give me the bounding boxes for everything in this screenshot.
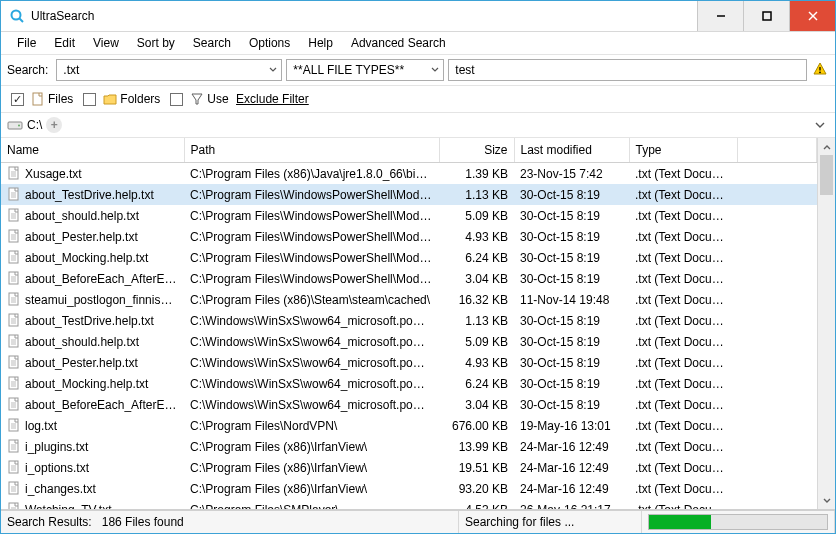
table-row[interactable]: about_TestDrive.help.txtC:\Windows\WinSx… [1,310,817,331]
menu-help[interactable]: Help [300,34,341,52]
cell-path: C:\Program Files (x86)\Java\jre1.8.0_66\… [184,163,439,185]
alltypes-combo[interactable] [286,59,444,81]
add-drive-button[interactable]: + [46,117,62,133]
cell-type: .txt (Text Docum... [629,247,737,268]
files-label: Files [48,92,73,106]
table-row[interactable]: about_Pester.help.txtC:\Windows\WinSxS\w… [1,352,817,373]
menu-options[interactable]: Options [241,34,298,52]
table-row[interactable]: i_changes.txtC:\Program Files (x86)\Irfa… [1,478,817,499]
cell-spacer [737,352,817,373]
drive-icon[interactable] [7,117,23,133]
vertical-scrollbar[interactable] [817,138,835,509]
cell-path: C:\Program Files\WindowsPowerShell\Modul… [184,268,439,289]
table-row[interactable]: i_options.txtC:\Program Files (x86)\Irfa… [1,457,817,478]
cell-type: .txt (Text Docum... [629,205,737,226]
table-row[interactable]: about_should.help.txtC:\Windows\WinSxS\w… [1,331,817,352]
search-query-box[interactable] [448,59,807,81]
svg-rect-63 [9,440,18,452]
menu-sort-by[interactable]: Sort by [129,34,183,52]
cell-spacer [737,478,817,499]
close-button[interactable] [789,1,835,31]
menu-advanced-search[interactable]: Advanced Search [343,34,454,52]
cell-size: 1.13 KB [439,310,514,331]
table-row[interactable]: log.txtC:\Program Files\NordVPN\676.00 K… [1,415,817,436]
statusbar: Search Results: 186 Files found Searchin… [1,510,835,533]
search-query-input[interactable] [453,62,802,78]
chevron-down-icon[interactable] [811,116,829,134]
table-row[interactable]: Watching_TV.txtC:\Program Files\SMPlayer… [1,499,817,509]
warning-icon[interactable] [811,61,829,80]
scroll-down-arrow[interactable] [818,492,835,509]
cell-date: 30-Oct-15 8:19 [514,373,629,394]
col-modified[interactable]: Last modified [514,138,629,163]
menu-edit[interactable]: Edit [46,34,83,52]
cell-path: C:\Program Files\WindowsPowerShell\Modul… [184,205,439,226]
table-row[interactable]: about_Mocking.help.txtC:\Windows\WinSxS\… [1,373,817,394]
menu-file[interactable]: File [9,34,44,52]
exclude-filter-link[interactable]: Exclude Filter [236,92,309,106]
scroll-up-arrow[interactable] [818,138,835,155]
col-name[interactable]: Name [1,138,184,163]
cell-type: .txt (Text Docum... [629,394,737,415]
cell-spacer [737,415,817,436]
svg-rect-47 [9,356,18,368]
menu-search[interactable]: Search [185,34,239,52]
cell-date: 23-Nov-15 7:42 [514,163,629,185]
cell-spacer [737,394,817,415]
filetype-input[interactable] [61,62,266,78]
cell-type: .txt (Text Docum... [629,415,737,436]
svg-point-10 [18,125,20,127]
col-spacer [737,138,817,163]
folders-checkbox[interactable] [83,93,96,106]
folders-filter[interactable]: Folders [83,91,160,107]
table-row[interactable]: about_Pester.help.txtC:\Program Files\Wi… [1,226,817,247]
chevron-down-icon[interactable] [429,66,441,74]
minimize-button[interactable] [697,1,743,31]
svg-rect-11 [9,167,18,179]
progress-fill [649,515,711,529]
table-row[interactable]: Xusage.txtC:\Program Files (x86)\Java\jr… [1,163,817,185]
maximize-button[interactable] [743,1,789,31]
cell-date: 11-Nov-14 19:48 [514,289,629,310]
cell-path: C:\Windows\WinSxS\wow64_microsoft.powers… [184,373,439,394]
alltypes-input[interactable] [291,62,429,78]
status-results-count: 186 Files found [102,515,184,529]
cell-type: .txt (Text Docum... [629,289,737,310]
cell-type: .txt (Text Docum... [629,184,737,205]
use-exclude-filter[interactable]: Use Exclude Filter [170,91,308,107]
table-row[interactable]: about_Mocking.help.txtC:\Program Files\W… [1,247,817,268]
table-row[interactable]: about_TestDrive.help.txtC:\Program Files… [1,184,817,205]
cell-type: .txt (Text Docum... [629,352,737,373]
svg-point-0 [12,11,21,20]
progress-bar [648,514,828,530]
table-row[interactable]: about_should.help.txtC:\Program Files\Wi… [1,205,817,226]
filetype-combo[interactable] [56,59,282,81]
scroll-thumb[interactable] [820,155,833,195]
col-path[interactable]: Path [184,138,439,163]
cell-spacer [737,310,817,331]
cell-name: about_BeforeEach_AfterEac... [25,398,184,412]
app-window: UltraSearch FileEditViewSort bySearchOpt… [0,0,836,534]
col-size[interactable]: Size [439,138,514,163]
table-row[interactable]: about_BeforeEach_AfterEac...C:\Windows\W… [1,394,817,415]
file-icon [7,481,21,495]
cell-spacer [737,247,817,268]
file-icon [7,502,21,509]
file-icon [7,355,21,369]
files-checkbox[interactable] [11,93,24,106]
drive-label[interactable]: C:\ [27,118,42,132]
table-row[interactable]: i_plugins.txtC:\Program Files (x86)\Irfa… [1,436,817,457]
scroll-track[interactable] [818,155,835,492]
cell-date: 30-Oct-15 8:19 [514,310,629,331]
use-exclude-checkbox[interactable] [170,93,183,106]
chevron-down-icon[interactable] [266,66,279,74]
menu-view[interactable]: View [85,34,127,52]
cell-spacer [737,436,817,457]
cell-date: 30-Oct-15 8:19 [514,184,629,205]
col-type[interactable]: Type [629,138,737,163]
table-row[interactable]: about_BeforeEach_AfterEac...C:\Program F… [1,268,817,289]
table-row[interactable]: steamui_postlogon_finnish.txtC:\Program … [1,289,817,310]
files-filter[interactable]: Files [11,91,73,107]
folders-label: Folders [120,92,160,106]
cell-spacer [737,184,817,205]
